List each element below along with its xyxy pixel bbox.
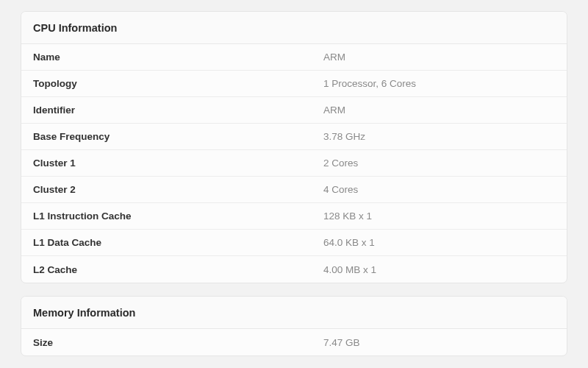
table-row: Topology 1 Processor, 6 Cores	[21, 71, 567, 97]
row-value: 4 Cores	[323, 184, 555, 195]
row-value: ARM	[323, 52, 555, 63]
row-label: Name	[33, 52, 323, 63]
memory-card-title: Memory Information	[33, 307, 135, 319]
table-row: Cluster 2 4 Cores	[21, 177, 567, 203]
memory-information-card: Memory Information Size 7.47 GB	[21, 296, 567, 356]
row-value: ARM	[323, 105, 555, 116]
table-row: L2 Cache 4.00 MB x 1	[21, 256, 567, 283]
table-row: L1 Data Cache 64.0 KB x 1	[21, 230, 567, 256]
row-value: 1 Processor, 6 Cores	[323, 78, 555, 89]
row-value: 2 Cores	[323, 158, 555, 169]
cpu-information-card: CPU Information Name ARM Topology 1 Proc…	[21, 11, 567, 283]
row-label: Topology	[33, 78, 323, 89]
table-row: Name ARM	[21, 44, 567, 71]
table-row: L1 Instruction Cache 128 KB x 1	[21, 203, 567, 230]
table-row: Identifier ARM	[21, 97, 567, 124]
row-label: L2 Cache	[33, 264, 323, 275]
row-label: L1 Data Cache	[33, 237, 323, 248]
row-label: Cluster 1	[33, 158, 323, 169]
table-row: Size 7.47 GB	[21, 329, 567, 355]
row-label: Identifier	[33, 105, 323, 116]
cpu-card-title: CPU Information	[33, 22, 117, 34]
cpu-card-header: CPU Information	[21, 12, 567, 44]
row-value: 128 KB x 1	[323, 210, 555, 222]
row-label: L1 Instruction Cache	[33, 210, 323, 222]
row-value: 64.0 KB x 1	[323, 237, 555, 248]
row-label: Cluster 2	[33, 184, 323, 195]
table-row: Base Frequency 3.78 GHz	[21, 124, 567, 150]
row-value: 4.00 MB x 1	[323, 264, 555, 275]
row-value: 3.78 GHz	[323, 131, 555, 142]
table-row: Cluster 1 2 Cores	[21, 150, 567, 177]
memory-card-header: Memory Information	[21, 297, 567, 329]
row-label: Base Frequency	[33, 131, 323, 142]
row-value: 7.47 GB	[323, 337, 555, 348]
row-label: Size	[33, 337, 323, 348]
